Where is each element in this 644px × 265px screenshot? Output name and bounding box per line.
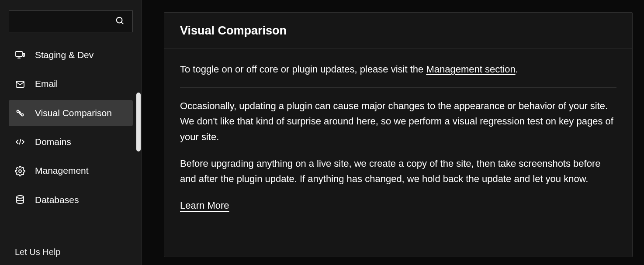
card-body: To toggle on or off core or plugin updat… [164,48,632,224]
svg-line-9 [20,139,21,145]
page-title: Visual Comparison [180,24,616,38]
sidebar-item-label: Email [35,78,58,90]
card-header: Visual Comparison [164,13,632,48]
sidebar-item-visual-comparison[interactable]: Visual Comparison [9,100,133,126]
database-icon [15,195,25,205]
svg-line-1 [121,22,123,24]
paragraph-2: Before upgrading anything on a live site… [180,156,616,186]
svg-rect-3 [23,53,24,56]
intro-suffix: . [516,64,518,75]
sidebar-item-domains[interactable]: Domains [9,129,133,155]
sidebar-item-management[interactable]: Management [9,158,133,184]
code-icon [15,137,25,147]
intro-prefix: To toggle on or off core or plugin updat… [180,64,426,75]
search-icon [115,16,125,27]
intro-text: To toggle on or off core or plugin updat… [180,62,616,88]
sidebar: Staging & Dev Email Visual Compariso [0,0,142,265]
sidebar-item-databases[interactable]: Databases [9,187,133,213]
svg-point-11 [17,196,24,198]
scrollbar-thumb[interactable] [136,93,141,151]
sidebar-footer-let-us-help[interactable]: Let Us Help [9,247,133,265]
search-input[interactable] [9,10,133,32]
svg-rect-2 [16,52,22,56]
sidebar-item-email[interactable]: Email [9,71,133,97]
sidebar-item-label: Databases [35,194,79,206]
gear-icon [15,166,25,176]
sidebar-item-label: Management [35,165,89,177]
content-card: Visual Comparison To toggle on or off co… [164,12,633,257]
svg-point-10 [19,170,21,172]
main-content: Visual Comparison To toggle on or off co… [142,0,644,265]
management-section-link[interactable]: Management section [426,64,515,75]
sidebar-nav: Staging & Dev Email Visual Compariso [9,42,133,213]
sidebar-item-label: Domains [35,136,71,148]
sidebar-item-staging-dev[interactable]: Staging & Dev [9,42,133,68]
paragraph-1: Occasionally, updating a plugin can caus… [180,98,616,145]
footer-label: Let Us Help [15,247,61,257]
mail-icon [15,79,25,89]
svg-point-8 [21,114,24,116]
sidebar-item-label: Staging & Dev [35,49,93,61]
compare-icon [15,108,25,118]
learn-more-link[interactable]: Learn More [180,198,229,213]
monitor-icon [15,50,25,60]
svg-point-0 [117,17,122,23]
sidebar-item-label: Visual Comparison [35,107,112,119]
svg-point-7 [17,110,19,112]
